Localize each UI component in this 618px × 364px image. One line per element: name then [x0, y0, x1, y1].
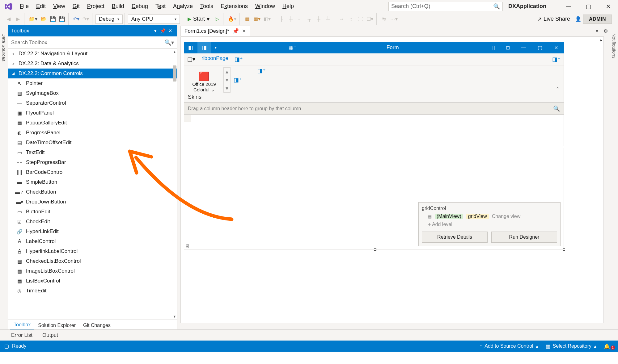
menu-help[interactable]: Help	[279, 1, 298, 11]
toolbox-item-hyperlinkedit[interactable]: 🔗HyperLinkEdit	[8, 227, 177, 236]
ribbon-menu-icon[interactable]: ◫▾	[187, 56, 195, 63]
retrieve-details-button[interactable]: Retrieve Details	[422, 232, 488, 243]
redo-button[interactable]: ↷▾	[81, 15, 90, 23]
designer-canvas[interactable]: ▸ ◧ ◨ ▾ ▦⁺ Form ◫ ⊡ — ▢ ✕ ◫▾	[180, 36, 604, 323]
start-without-debugging-button[interactable]: ▷	[213, 15, 221, 23]
menu-tools[interactable]: Tools	[197, 1, 217, 11]
popup-mainview-row[interactable]: ▦ (MainView) gridView Change view	[422, 214, 557, 219]
toolbox-item-checkedlistbox[interactable]: ▦CheckedListBoxControl	[8, 256, 177, 266]
notifications-bell-icon[interactable]: 🔔1	[600, 343, 614, 349]
live-share-button[interactable]: ↗ Live Share	[534, 16, 573, 23]
form-icon3[interactable]: ▾	[211, 42, 220, 53]
toolbox-item-pointer[interactable]: ↖Pointer	[8, 78, 177, 88]
grid-body[interactable]: 🗄 gridControl ▦ (MainView) gridView Chan…	[184, 115, 564, 249]
open-button[interactable]: 📂	[39, 15, 48, 23]
window-close-button[interactable]: ✕	[598, 0, 618, 13]
ribbon-add-item-icon[interactable]: ◨⁺	[234, 77, 242, 83]
toolbox-item-popupgallery[interactable]: ▦PopupGalleryEdit	[8, 118, 177, 128]
resize-handle-bottom[interactable]	[374, 248, 376, 251]
tab-output[interactable]: Output	[37, 332, 63, 338]
window-maximize-button[interactable]: ▢	[578, 0, 598, 13]
doc-tab-form1[interactable]: Form1.cs [Design]* 📌 ✕	[180, 26, 250, 36]
data-sources-tab[interactable]: Data Sources	[1, 32, 6, 63]
resize-handle-corner[interactable]	[563, 248, 565, 251]
run-designer-button[interactable]: Run Designer	[491, 232, 557, 243]
menu-view[interactable]: View	[49, 1, 69, 11]
toolbox-item-datetimeoffset[interactable]: ▤DateTimeOffsetEdit	[8, 138, 177, 148]
scroll-up-icon[interactable]: ▲	[173, 50, 176, 54]
skins-gallery[interactable]: 🟥 Office 2019 Colorful ⌄	[188, 71, 220, 93]
grid-search-icon[interactable]: 🔍	[553, 105, 560, 112]
tab-close-icon[interactable]: ✕	[242, 28, 246, 34]
form-max-icon[interactable]: ▢	[532, 45, 548, 51]
menu-extensions[interactable]: Extensions	[217, 1, 252, 11]
form-icon1[interactable]: ◧	[184, 42, 197, 53]
toolbox-item-checkedit[interactable]: ☑CheckEdit	[8, 217, 177, 227]
window-minimize-button[interactable]: —	[559, 0, 578, 13]
grid-group-panel[interactable]: Drag a column header here to group by th…	[184, 103, 564, 115]
popup-add-level[interactable]: + Add level	[422, 222, 557, 227]
tab-order-icon[interactable]: ↹	[380, 15, 388, 23]
menu-edit[interactable]: Edit	[32, 1, 49, 11]
align-center-icon[interactable]: ┼	[286, 15, 295, 23]
toolbox-item-flyoutpanel[interactable]: ▣FlyoutPanel	[8, 108, 177, 118]
menu-debug[interactable]: Debug	[128, 1, 152, 11]
panel-close-icon[interactable]: ✕	[167, 28, 174, 34]
resize-handle-right[interactable]	[563, 146, 565, 148]
toolbox-item-hyperlinklabel[interactable]: AHyperlinkLabelControl	[8, 246, 177, 256]
undo-button[interactable]: ↶▾	[72, 15, 81, 23]
doc-settings-icon[interactable]: ⚙	[601, 27, 610, 35]
tab-toolbox[interactable]: Toolbox	[10, 320, 34, 329]
form-add-icon[interactable]: ▦⁺	[286, 42, 299, 53]
menu-analyze[interactable]: Analyze	[169, 1, 197, 11]
ribbon-collapse-icon[interactable]: ⌃	[555, 86, 560, 93]
menu-build[interactable]: Build	[108, 1, 128, 11]
platform-dropdown[interactable]: Any CPU▾	[128, 15, 180, 24]
btn-layer[interactable]: ◧▾	[262, 15, 272, 23]
toolbox-item-imagelistbox[interactable]: ▦ImageListBoxControl	[8, 266, 177, 276]
menu-test[interactable]: Test	[152, 1, 169, 11]
toolbox-item-stepprogress[interactable]: ∘∘StepProgressBar	[8, 157, 177, 167]
scroll-down-icon[interactable]: ▼	[173, 315, 176, 318]
form-close-icon[interactable]: ✕	[548, 45, 564, 51]
nav-forward-button[interactable]: ▶	[14, 15, 22, 23]
toolbox-category-common[interactable]: ◢DX.22.2: Common Controls	[8, 69, 177, 78]
gallery-expand-icon[interactable]: ▾	[224, 84, 230, 92]
toolbox-item-textedit[interactable]: ▭TextEdit	[8, 148, 177, 157]
nav-back-button[interactable]: ◀	[4, 15, 13, 23]
menu-git[interactable]: Git	[69, 1, 83, 11]
toolbox-category-data[interactable]: ▷DX.22.2: Data & Analytics	[8, 59, 177, 69]
toolbox-item-simplebutton[interactable]: ▬SimpleButton	[8, 177, 177, 187]
align-top-icon[interactable]: ┬	[305, 15, 314, 23]
toolbox-category-navigation[interactable]: ▷DX.22.2: Navigation & Layout	[8, 49, 177, 59]
toolbox-item-buttonedit[interactable]: ▭ButtonEdit	[8, 207, 177, 217]
select-repository-button[interactable]: ▦Select Repository▴	[542, 343, 600, 349]
fullscreen-icon[interactable]: ⛶	[356, 15, 365, 23]
toolbox-search-input[interactable]: Search Toolbox 🔍▾	[8, 36, 177, 49]
align-bottom-icon[interactable]: ┴	[324, 15, 332, 23]
form-icon2[interactable]: ◨	[197, 42, 211, 53]
toolbox-item-separator[interactable]: —SeparatorControl	[8, 98, 177, 108]
grid-control[interactable]: Drag a column header here to group by th…	[184, 103, 564, 249]
align-middle-icon[interactable]: ┼	[314, 15, 323, 23]
ribbon-add-group-icon[interactable]: ◨⁺	[245, 67, 266, 74]
btn-grid2[interactable]: ▦▾	[252, 15, 262, 23]
send-back-icon[interactable]: ☐▾	[365, 15, 375, 23]
toolbox-item-timeedit[interactable]: ◷TimeEdit	[8, 286, 177, 296]
save-all-button[interactable]: 💾	[58, 15, 66, 23]
form-min-icon[interactable]: —	[516, 45, 532, 50]
panel-dropdown-icon[interactable]: ▾	[152, 28, 159, 34]
ribbon-add-page-icon[interactable]: ◨⁺	[235, 56, 243, 63]
toolbox-item-listbox[interactable]: ▦ListBoxControl	[8, 276, 177, 286]
toolbox-item-svgimagebox[interactable]: ▥SvgImageBox	[8, 88, 177, 98]
hot-reload-button[interactable]: 🔥▾	[226, 15, 238, 23]
global-search-input[interactable]: Search (Ctrl+Q) 🔍	[388, 2, 503, 11]
menu-file[interactable]: File	[16, 1, 32, 11]
panel-pin-icon[interactable]: 📌	[159, 28, 167, 34]
tab-error-list[interactable]: Error List	[6, 332, 37, 338]
scrollbar-thumb[interactable]	[173, 65, 176, 82]
save-button[interactable]: 💾	[49, 15, 57, 23]
gallery-up-icon[interactable]: ▴	[224, 68, 230, 76]
account-icon[interactable]: 👤	[574, 15, 582, 23]
spacing-h-icon[interactable]: ↔	[337, 15, 346, 23]
